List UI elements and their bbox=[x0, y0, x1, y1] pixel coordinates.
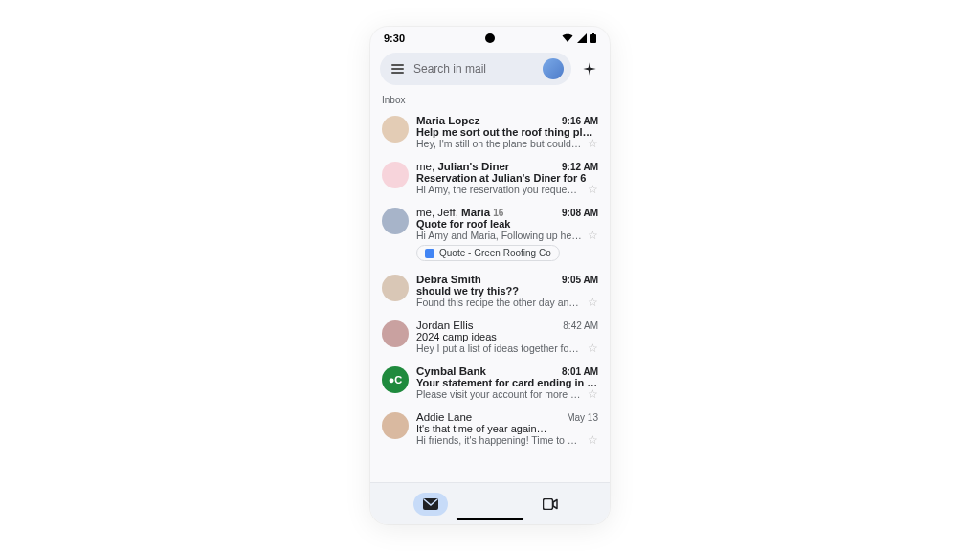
mail-body: me, Julian's Diner9:12 AMReservation at … bbox=[416, 161, 598, 195]
wifi-icon bbox=[562, 33, 573, 43]
mail-row[interactable]: me, Jeff, Maria169:08 AMQuote for roof l… bbox=[374, 201, 606, 268]
svg-rect-0 bbox=[590, 34, 596, 43]
timestamp: 9:12 AM bbox=[562, 162, 598, 172]
search-pill[interactable]: Search in mail bbox=[380, 53, 571, 85]
sparkle-icon[interactable] bbox=[579, 58, 600, 79]
svg-rect-3 bbox=[543, 498, 552, 509]
avatar bbox=[382, 320, 409, 347]
clock-text: 9:30 bbox=[384, 33, 405, 44]
cell-signal-icon bbox=[577, 33, 587, 43]
timestamp: 9:16 AM bbox=[562, 116, 598, 126]
mail-row[interactable]: Maria Lopez9:16 AMHelp me sort out the r… bbox=[374, 109, 606, 155]
subject: Your statement for card ending in 1988 i… bbox=[416, 377, 598, 388]
star-icon[interactable]: ☆ bbox=[588, 342, 598, 354]
timestamp: 9:08 AM bbox=[562, 208, 598, 218]
mail-body: Maria Lopez9:16 AMHelp me sort out the r… bbox=[416, 115, 598, 149]
subject: 2024 camp ideas bbox=[416, 331, 598, 342]
camera-dot bbox=[485, 33, 495, 43]
timestamp: 8:42 AM bbox=[563, 320, 598, 331]
subject: Reservation at Julian's Diner for 6 bbox=[416, 172, 598, 184]
nav-mail[interactable] bbox=[413, 493, 448, 516]
star-icon[interactable]: ☆ bbox=[588, 434, 598, 446]
sender: Maria Lopez bbox=[416, 115, 479, 126]
sender: Addie Lane bbox=[416, 411, 472, 423]
mail-row[interactable]: Jordan Ellis8:42 AM2024 camp ideasHey I … bbox=[374, 314, 606, 360]
subject: Quote for roof leak bbox=[416, 218, 598, 230]
avatar: ●C bbox=[382, 366, 409, 393]
svg-rect-1 bbox=[592, 33, 594, 35]
snippet: Hi Amy, the reservation you requested is… bbox=[416, 184, 582, 195]
star-icon[interactable]: ☆ bbox=[588, 230, 598, 241]
mail-body: me, Jeff, Maria169:08 AMQuote for roof l… bbox=[416, 207, 598, 262]
timestamp: 9:05 AM bbox=[562, 275, 598, 285]
mail-list: Maria Lopez9:16 AMHelp me sort out the r… bbox=[370, 109, 610, 482]
chip-label: Quote - Green Roofing Co bbox=[439, 248, 551, 258]
section-label: Inbox bbox=[370, 91, 610, 109]
snippet: Hi Amy and Maria, Following up here t… bbox=[416, 230, 582, 241]
avatar bbox=[382, 162, 409, 188]
star-icon[interactable]: ☆ bbox=[588, 388, 598, 400]
subject: should we try this?? bbox=[416, 285, 598, 297]
snippet: Please visit your account for more infor… bbox=[416, 388, 582, 400]
gesture-bar bbox=[457, 518, 523, 520]
avatar bbox=[382, 116, 409, 143]
mail-body: Cymbal Bank8:01 AMYour statement for car… bbox=[416, 365, 598, 400]
timestamp: 8:01 AM bbox=[562, 366, 598, 377]
subject: Help me sort out the roof thing please bbox=[416, 126, 598, 138]
mail-row[interactable]: me, Julian's Diner9:12 AMReservation at … bbox=[374, 155, 606, 201]
mail-body: Addie LaneMay 13It's that time of year a… bbox=[416, 411, 598, 446]
mail-row[interactable]: ●CCymbal Bank8:01 AMYour statement for c… bbox=[374, 360, 606, 406]
sender: Cymbal Bank bbox=[416, 365, 486, 377]
snippet: Found this recipe the other day and it m… bbox=[416, 297, 582, 308]
mail-icon bbox=[423, 498, 438, 510]
star-icon[interactable]: ☆ bbox=[588, 184, 598, 195]
star-icon[interactable]: ☆ bbox=[588, 138, 598, 149]
subject: It's that time of year again… bbox=[416, 423, 598, 434]
sender: Jordan Ellis bbox=[416, 320, 473, 331]
doc-icon bbox=[425, 249, 434, 258]
snippet: Hey I put a list of ideas together for p… bbox=[416, 342, 582, 354]
snippet: Hey, I'm still on the plane but could yo… bbox=[416, 138, 582, 149]
snippet: Hi friends, it's happening! Time to dust… bbox=[416, 434, 582, 446]
sender: Debra Smith bbox=[416, 274, 481, 285]
phone-frame: 9:30 Search in mail Inbox Maria Lopez9:1… bbox=[370, 27, 610, 524]
status-icons bbox=[562, 33, 596, 43]
sender: me, Julian's Diner bbox=[416, 161, 509, 172]
attachment-chip[interactable]: Quote - Green Roofing Co bbox=[416, 245, 560, 261]
search-row: Search in mail bbox=[370, 50, 610, 91]
star-icon[interactable]: ☆ bbox=[588, 297, 598, 308]
sender: me, Jeff, Maria16 bbox=[416, 207, 503, 218]
account-avatar[interactable] bbox=[543, 58, 564, 79]
avatar bbox=[382, 412, 409, 439]
avatar bbox=[382, 208, 409, 234]
mail-body: Jordan Ellis8:42 AM2024 camp ideasHey I … bbox=[416, 320, 598, 354]
mail-body: Debra Smith9:05 AMshould we try this??Fo… bbox=[416, 274, 598, 308]
search-placeholder: Search in mail bbox=[413, 62, 533, 76]
thread-count: 16 bbox=[493, 208, 503, 218]
timestamp: May 13 bbox=[567, 412, 598, 423]
mail-row[interactable]: Addie LaneMay 13It's that time of year a… bbox=[374, 406, 606, 452]
hamburger-menu-icon[interactable] bbox=[391, 64, 404, 73]
battery-icon bbox=[590, 33, 596, 43]
avatar bbox=[382, 275, 409, 301]
mail-row[interactable]: Debra Smith9:05 AMshould we try this??Fo… bbox=[374, 268, 606, 314]
video-icon bbox=[543, 498, 558, 510]
nav-meet[interactable] bbox=[533, 493, 568, 516]
